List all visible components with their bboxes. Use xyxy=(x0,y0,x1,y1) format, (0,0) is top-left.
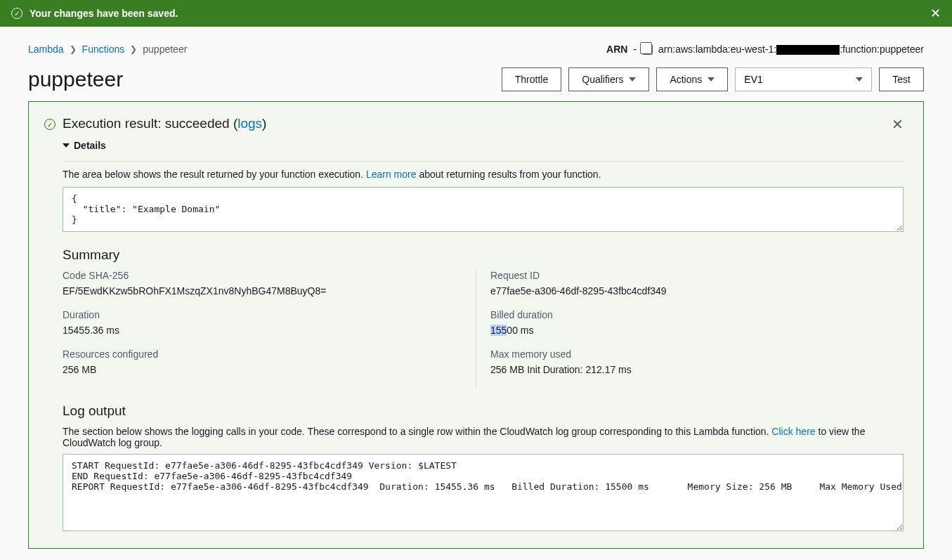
title-row: puppeteer Throttle Qualifiers Actions EV… xyxy=(28,67,924,91)
execution-result-panel: ✓ Execution result: succeeded (logs) ✕ D… xyxy=(28,101,924,549)
execution-header: ✓ Execution result: succeeded (logs) ✕ xyxy=(44,116,904,133)
success-icon: ✓ xyxy=(44,119,56,130)
summary-col-left: Code SHA-256 EF/5EwdKKzw5bROhFX1MszqZX1n… xyxy=(63,270,476,388)
redacted-account-id xyxy=(776,45,840,55)
summary-resources: Resources configured 256 MB xyxy=(63,349,462,375)
arn-block: ARN - arn:aws:lambda:eu-west-1::function… xyxy=(606,44,924,55)
copy-icon[interactable] xyxy=(642,44,653,55)
function-title: puppeteer xyxy=(28,67,123,91)
actions-dropdown[interactable]: Actions xyxy=(656,67,728,91)
flash-close-button[interactable]: ✕ xyxy=(930,6,941,21)
chevron-right-icon: ❯ xyxy=(70,44,77,54)
details-body: The area below shows the result returned… xyxy=(63,161,904,531)
breadcrumb-current: puppeteer xyxy=(143,44,187,55)
result-json-box[interactable]: { "title": "Example Domain" } xyxy=(63,187,904,232)
log-output-box[interactable]: START RequestId: e77fae5e-a306-46df-8295… xyxy=(63,454,904,531)
log-output-heading: Log output xyxy=(63,403,904,419)
details-toggle[interactable]: Details xyxy=(63,140,106,151)
close-panel-button[interactable]: ✕ xyxy=(892,116,904,133)
summary-billed-duration: Billed duration 15500 ms xyxy=(490,309,889,336)
breadcrumb: Lambda ❯ Functions ❯ puppeteer xyxy=(28,44,187,55)
chevron-right-icon: ❯ xyxy=(130,44,137,54)
arn-value: arn:aws:lambda:eu-west-1::function:puppe… xyxy=(658,44,924,55)
test-button[interactable]: Test xyxy=(879,67,924,91)
action-bar: Throttle Qualifiers Actions EV1 Test xyxy=(502,67,924,91)
flash-message: Your changes have been saved. xyxy=(30,8,178,19)
summary-heading: Summary xyxy=(63,247,904,263)
summary-max-memory: Max memory used 256 MB Init Duration: 21… xyxy=(490,349,889,375)
flash-saved-banner: ✓ Your changes have been saved. ✕ xyxy=(0,0,952,27)
summary-grid: Code SHA-256 EF/5EwdKKzw5bROhFX1MszqZX1n… xyxy=(63,270,904,388)
test-event-select[interactable]: EV1 xyxy=(735,67,872,91)
divider xyxy=(63,161,904,162)
learn-more-link[interactable]: Learn more xyxy=(366,169,417,180)
summary-code-sha: Code SHA-256 EF/5EwdKKzw5bROhFX1MszqZX1n… xyxy=(63,270,462,297)
result-hint: The area below shows the result returned… xyxy=(63,169,904,180)
header-row: Lambda ❯ Functions ❯ puppeteer ARN - arn… xyxy=(28,41,924,67)
summary-request-id: Request ID e77fae5e-a306-46df-8295-43fbc… xyxy=(490,270,889,297)
throttle-button[interactable]: Throttle xyxy=(502,67,561,91)
summary-duration: Duration 15455.36 ms xyxy=(63,309,462,336)
caret-down-icon xyxy=(629,77,636,82)
arn-label: ARN xyxy=(606,44,627,55)
highlighted-text: 155 xyxy=(490,325,507,336)
qualifiers-dropdown[interactable]: Qualifiers xyxy=(568,67,649,91)
summary-col-right: Request ID e77fae5e-a306-46df-8295-43fbc… xyxy=(476,270,904,388)
log-output-desc: The section below shows the logging call… xyxy=(63,426,904,448)
breadcrumb-lambda[interactable]: Lambda xyxy=(28,44,64,55)
arn-separator: - xyxy=(633,44,637,55)
breadcrumb-functions[interactable]: Functions xyxy=(82,44,125,55)
cloudwatch-link[interactable]: Click here xyxy=(771,426,815,437)
check-circle-icon: ✓ xyxy=(11,8,22,19)
caret-down-icon xyxy=(708,77,715,82)
triangle-down-icon xyxy=(63,143,70,148)
logs-link[interactable]: logs xyxy=(237,116,262,131)
caret-down-icon xyxy=(856,77,863,82)
details-label: Details xyxy=(74,140,106,151)
execution-result-heading: Execution result: succeeded (logs) xyxy=(63,116,266,131)
